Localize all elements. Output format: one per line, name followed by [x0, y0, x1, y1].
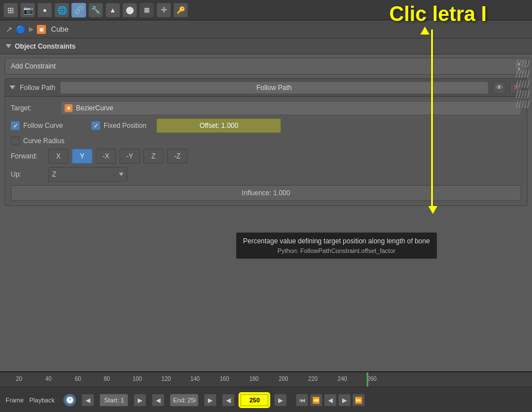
- up-row: Up: Z: [11, 167, 521, 182]
- add-constraint-label: Add Constraint: [11, 62, 56, 70]
- constraint-name-input[interactable]: [60, 81, 488, 94]
- toolbar-icon-grid[interactable]: ⊞: [3, 3, 18, 18]
- ruler-mark-220: 220: [308, 375, 318, 383]
- hatch-marks: /////////////////////////: [516, 59, 530, 110]
- follow-curve-label: Follow Curve: [23, 122, 63, 130]
- ruler-mark-160: 160: [220, 375, 229, 383]
- annotation-arrow-line: [431, 29, 433, 208]
- offset-field[interactable]: Offset: 1.000: [156, 118, 281, 133]
- breadcrumb-name: Cube: [51, 25, 69, 33]
- target-label: Target:: [11, 104, 56, 112]
- toolbar-icon-camera[interactable]: 📷: [20, 3, 35, 18]
- target-input[interactable]: ▣ BezierCurve: [61, 101, 521, 115]
- toolbar-icon-shading[interactable]: ▦: [139, 3, 154, 18]
- follow-curve-checkbox[interactable]: ✓: [11, 121, 20, 130]
- end-next-button[interactable]: ▶: [204, 394, 216, 406]
- curve-radius-row: Curve Radius: [11, 136, 521, 145]
- constraint-block: Follow Path 👁 ✕ Target: ▣ BezierCurve ✓: [5, 78, 527, 206]
- section-header: Object Constraints: [0, 38, 532, 54]
- follow-curve-item: ✓ Follow Curve: [11, 121, 63, 130]
- forward-z-label: Z: [151, 152, 155, 160]
- timeline-marker: [367, 372, 368, 387]
- prev-frame-button[interactable]: ◀: [324, 394, 337, 406]
- forward-label: Forward:: [11, 152, 45, 160]
- skip-start-button[interactable]: ⏮: [296, 394, 308, 406]
- frame-label: Frame: [6, 397, 24, 404]
- ruler-mark-240: 240: [338, 375, 347, 383]
- influence-button[interactable]: Influence: 1.000: [11, 185, 521, 201]
- forward-nz-button[interactable]: -Z: [167, 149, 188, 164]
- toolbar-icon-render-settings[interactable]: 🔑: [173, 3, 188, 18]
- annotation-arrow-head-up: [420, 27, 429, 35]
- current-frame-input[interactable]: [240, 394, 269, 406]
- fixed-position-label: Fixed Position: [104, 122, 146, 130]
- toolbar-icon-scene[interactable]: ✛: [156, 3, 171, 18]
- curve-radius-checkbox[interactable]: [11, 136, 20, 145]
- toolbar-icon-render[interactable]: ●: [37, 3, 52, 18]
- annotation-text: Clic letra I: [389, 2, 487, 26]
- forward-x-button[interactable]: X: [48, 149, 69, 164]
- target-row: Target: ▣ BezierCurve: [11, 101, 521, 115]
- forward-nx-button[interactable]: -X: [96, 149, 116, 164]
- ruler-mark-80: 80: [104, 375, 110, 383]
- end-frame-input[interactable]: [170, 394, 198, 406]
- current-prev-button[interactable]: ◀: [222, 394, 235, 406]
- timeline: 20 40 60 80 100 120 140 160 180 200 220: [0, 371, 532, 412]
- start-frame-input[interactable]: [100, 394, 128, 406]
- constraint-collapse-icon[interactable]: [10, 85, 15, 89]
- forward-z-button[interactable]: Z: [143, 149, 164, 164]
- forward-row: Forward: X Y -X -Y Z -Z: [11, 149, 521, 164]
- constraint-body: Target: ▣ BezierCurve ✓ Follow Curve: [5, 97, 527, 205]
- toolbar-icon-physics[interactable]: ⬤: [122, 3, 137, 18]
- follow-curve-check-icon: ✓: [13, 122, 18, 130]
- next-frame-button[interactable]: ▶: [338, 394, 351, 406]
- cube-icon: ▣: [37, 25, 46, 34]
- toolbar-icon-particles[interactable]: ▲: [105, 3, 120, 18]
- breadcrumb-object-icon: 🔵: [16, 25, 25, 34]
- up-dropdown[interactable]: Z: [48, 167, 127, 182]
- ruler-mark-40: 40: [45, 375, 52, 383]
- constraint-type-label: Follow Path: [20, 84, 56, 92]
- target-obj-icon: ▣: [65, 104, 73, 112]
- ruler-mark-140: 140: [190, 375, 200, 383]
- tooltip: Percentage value defining target positio…: [236, 232, 437, 259]
- forward-y-button[interactable]: Y: [72, 149, 92, 164]
- curve-radius-item: Curve Radius: [11, 136, 65, 145]
- playback-label: Playback: [29, 397, 55, 404]
- clock-button[interactable]: 🕐: [63, 394, 76, 406]
- forward-nz-label: -Z: [174, 152, 180, 160]
- tooltip-python-text: Python: FollowPathConstraint.offset_fact…: [243, 247, 430, 254]
- ruler-mark-60: 60: [75, 375, 81, 383]
- timeline-ruler: 20 40 60 80 100 120 140 160 180 200 220: [0, 372, 532, 387]
- target-value: BezierCurve: [76, 104, 113, 112]
- curve-radius-label: Curve Radius: [23, 137, 65, 145]
- ruler-mark-180: 180: [249, 375, 259, 383]
- ruler-mark-20: 20: [16, 375, 22, 383]
- ruler-mark-100: 100: [133, 375, 142, 383]
- fixed-position-item: ✓ Fixed Position Offset: 1.000: [91, 118, 281, 133]
- section-collapse-icon[interactable]: [6, 44, 11, 48]
- start-prev-button[interactable]: ◀: [82, 394, 94, 406]
- offset-label: Offset: 1.000: [199, 122, 239, 130]
- toolbar-icon-constraints[interactable]: 🔗: [71, 3, 86, 18]
- influence-label: Influence: 1.000: [242, 189, 290, 197]
- fixed-position-checkbox[interactable]: ✓: [91, 121, 100, 130]
- ruler-mark-260: 260: [367, 375, 377, 383]
- forward-y-label: Y: [80, 152, 84, 160]
- add-constraint-button[interactable]: Add Constraint ▲ ▼: [5, 58, 527, 75]
- toolbar-icon-modifier[interactable]: 🔧: [88, 3, 103, 18]
- forward-x-label: X: [56, 152, 61, 160]
- checkboxes-row: ✓ Follow Curve ✓ Fixed Position Offset: …: [11, 118, 521, 133]
- ruler-mark-120: 120: [161, 375, 171, 383]
- timeline-playback: Frame Playback 🕐 ◀ ▶ ◀ ▶ ◀ ▶ ⏮ ⏪ ◀ ▶ ⏩: [0, 387, 532, 412]
- toolbar-icon-world[interactable]: 🌐: [54, 3, 69, 18]
- prev-keyframe-button[interactable]: ⏪: [310, 394, 322, 406]
- next-keyframe-button[interactable]: ⏩: [352, 394, 365, 406]
- current-next-button[interactable]: ▶: [274, 394, 287, 406]
- constraint-visibility-button[interactable]: 👁: [493, 81, 505, 94]
- forward-ny-button[interactable]: -Y: [120, 149, 140, 164]
- up-dropdown-arrow-icon: [119, 173, 124, 176]
- start-next-button[interactable]: ▶: [134, 394, 146, 406]
- transport-buttons: ⏮ ⏪ ◀ ▶ ⏩: [296, 394, 365, 406]
- end-prev-button[interactable]: ◀: [152, 394, 164, 406]
